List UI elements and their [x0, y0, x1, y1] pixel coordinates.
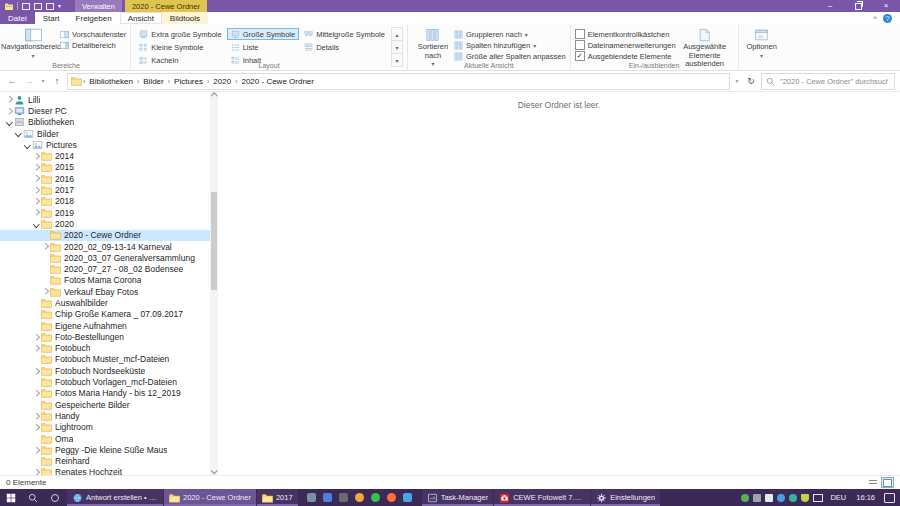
- pinned-app-4-icon[interactable]: [355, 493, 364, 502]
- expander-icon[interactable]: [32, 188, 41, 193]
- qat-customize-chevron[interactable]: ▾: [58, 3, 61, 9]
- large-icons-view-button[interactable]: [881, 477, 894, 488]
- tree-item-2020-cewe-ordner[interactable]: 2020 - Cewe Ordner: [0, 230, 218, 241]
- tray-icon-1[interactable]: [741, 494, 749, 502]
- tab-datei[interactable]: Datei: [0, 12, 35, 24]
- cortana-button[interactable]: [44, 489, 66, 506]
- taskbar-task-task-manager[interactable]: Task-Manager: [422, 489, 494, 506]
- taskbar-task-einstellungen[interactable]: Einstellungen: [591, 489, 660, 506]
- content-pane[interactable]: Dieser Ordner ist leer.: [218, 92, 900, 475]
- breadcrumb-item-2020-cewe-ordner[interactable]: 2020 - Cewe Ordner: [238, 77, 316, 86]
- checkbox-dateinamenerweiterungen[interactable]: Dateinamenerweiterungen: [575, 40, 676, 50]
- breadcrumb-item-pictures[interactable]: Pictures: [171, 77, 206, 86]
- tree-item-gespeicherte-bilder[interactable]: Gespeicherte Bilder: [0, 399, 218, 410]
- qat-icon-1[interactable]: [22, 3, 30, 10]
- expander-icon[interactable]: [32, 369, 41, 374]
- tray-icon-6[interactable]: [801, 494, 809, 502]
- taskbar-task-cewe-fotowelt-7-1-0[interactable]: CEWE Fotowelt 7.1.0 (...: [494, 489, 590, 506]
- pinned-app-5-icon[interactable]: [371, 493, 380, 502]
- expander-icon[interactable]: [5, 109, 14, 114]
- tree-item-2020-07-27-08-02-bodensee[interactable]: 2020_07_27 - 08_02 Bodensee: [0, 263, 218, 274]
- tray-icon-7[interactable]: [813, 494, 823, 502]
- up-button[interactable]: ↑: [50, 77, 64, 86]
- tree-item-2017[interactable]: 2017: [0, 184, 218, 195]
- options-button[interactable]: Optionen ▾: [743, 27, 781, 61]
- tree-item-lilli[interactable]: Lilli: [0, 94, 218, 105]
- checkbox-ausgeblendete-elemente[interactable]: ✓Ausgeblendete Elemente: [575, 51, 676, 61]
- expander-icon[interactable]: [32, 346, 41, 351]
- taskbar-task-2017[interactable]: 2017: [257, 489, 298, 506]
- pinned-app-7-icon[interactable]: [403, 493, 412, 502]
- taskbar-task-2020-cewe-ordner[interactable]: 2020 - Cewe Ordner: [164, 489, 256, 506]
- expander-icon[interactable]: [32, 448, 41, 453]
- toggle-detailbereich[interactable]: Detailbereich: [60, 40, 126, 50]
- tab-freigeben[interactable]: Freigeben: [68, 12, 120, 24]
- breadcrumb-item-bibliotheken[interactable]: Bibliotheken: [86, 77, 136, 86]
- tree-item-eigene-aufnahmen[interactable]: Eigene Aufnahmen: [0, 320, 218, 331]
- breadcrumb-item-2020[interactable]: 2020: [210, 77, 234, 86]
- tree-item-verkauf-ebay-fotos[interactable]: Verkauf Ebay Fotos: [0, 286, 218, 297]
- tree-item-fotobuch-vorlagen-mcf-dateien[interactable]: Fotobuch Vorlagen_mcf-Dateien: [0, 376, 218, 387]
- tree-item-fotos-mama-corona[interactable]: Fotos Mama Corona: [0, 275, 218, 286]
- tree-item-peggy-die-kleine-süße-maus[interactable]: Peggy -Die kleine Süße Maus: [0, 444, 218, 455]
- expander-icon[interactable]: [41, 244, 50, 249]
- expander-icon[interactable]: [32, 176, 41, 181]
- view-spalten-hinzufügen[interactable]: Spalten hinzufügen▾: [454, 40, 566, 50]
- breadcrumb[interactable]: ›Bibliotheken›Bilder›Pictures›2020›2020 …: [67, 73, 730, 90]
- forward-button[interactable]: →: [22, 77, 36, 86]
- tab-bildtools[interactable]: Bildtools: [162, 12, 208, 24]
- layout-große-symbole[interactable]: Große Symbole: [227, 28, 300, 40]
- tree-item-2018[interactable]: 2018: [0, 196, 218, 207]
- tree-item-2019[interactable]: 2019: [0, 207, 218, 218]
- tab-start[interactable]: Start: [35, 12, 68, 24]
- expander-icon[interactable]: [32, 391, 41, 396]
- help-button[interactable]: ?: [883, 14, 892, 23]
- search-input[interactable]: [778, 76, 890, 87]
- expander-icon[interactable]: [32, 335, 41, 340]
- details-view-button[interactable]: [866, 477, 879, 488]
- tree-item-auswahlbilder[interactable]: Auswahlbilder: [0, 297, 218, 308]
- view-gruppieren-nach[interactable]: Gruppieren nach▾: [454, 29, 566, 39]
- tree-item-fotobuch-muster-mcf-dateien[interactable]: Fotobuch Muster_mcf-Dateien: [0, 354, 218, 365]
- toggle-vorschaufenster[interactable]: Vorschaufenster: [60, 29, 126, 39]
- start-button[interactable]: [0, 489, 22, 506]
- expander-icon[interactable]: [23, 143, 32, 148]
- tray-icon-5[interactable]: [789, 494, 797, 502]
- taskbar-task-antwort-erstellen-ce[interactable]: Antwort erstellen • CE...: [67, 489, 163, 506]
- expander-icon[interactable]: [32, 425, 41, 430]
- expander-icon[interactable]: [32, 470, 41, 475]
- expander-icon[interactable]: [32, 414, 41, 419]
- pinned-app-3-icon[interactable]: [339, 493, 348, 502]
- tree-item-2014[interactable]: 2014: [0, 150, 218, 161]
- recent-locations-chevron[interactable]: ▾: [39, 78, 47, 84]
- tree-item-2020-03-07-generalversammlung[interactable]: 2020_03_07 Generalversammlung: [0, 252, 218, 263]
- pinned-app-1-icon[interactable]: [307, 493, 316, 502]
- restore-button[interactable]: [844, 0, 872, 12]
- breadcrumb-item-bilder[interactable]: Bilder: [140, 77, 166, 86]
- tree-item-2020-02-09-13-14-karneval[interactable]: 2020_02_09-13-14 Karneval: [0, 241, 218, 252]
- tree-item-bibliotheken[interactable]: Bibliotheken: [0, 117, 218, 128]
- tree-scrollbar[interactable]: [210, 92, 218, 475]
- layout-extra-große-symbole[interactable]: Extra große Symbole: [135, 28, 225, 40]
- expander-icon[interactable]: [32, 199, 41, 204]
- tree-item-foto-bestellungen[interactable]: Foto-Bestellungen: [0, 331, 218, 342]
- tree-item-2015[interactable]: 2015: [0, 162, 218, 173]
- close-button[interactable]: ×: [872, 0, 900, 12]
- language-indicator[interactable]: DEU: [827, 493, 849, 502]
- navigation-pane-button[interactable]: Navigationsbereich ▾: [6, 27, 60, 61]
- tray-icon-2[interactable]: [753, 494, 761, 502]
- view-größe-aller-spalten-anpassen[interactable]: Größe aller Spalten anpassen: [454, 51, 566, 61]
- minimize-button[interactable]: –: [816, 0, 844, 12]
- gallery-scroll-down-button[interactable]: ▾: [391, 40, 403, 54]
- tray-icon-3[interactable]: [765, 494, 773, 502]
- clock[interactable]: 16:16: [853, 493, 878, 502]
- tree-item-oma[interactable]: Oma: [0, 433, 218, 444]
- tree-item-pictures[interactable]: Pictures: [0, 139, 218, 150]
- tree-item-renates-hochzeit[interactable]: Renates Hochzeit: [0, 467, 218, 475]
- qat-icon-2[interactable]: [34, 3, 42, 10]
- layout-kleine-symbole[interactable]: Kleine Symbole: [135, 41, 225, 53]
- qat-icon-3[interactable]: [46, 3, 54, 10]
- tree-item-fotobuch[interactable]: Fotobuch: [0, 343, 218, 354]
- pinned-app-2-icon[interactable]: [323, 493, 332, 502]
- tree-item-chip-große-kamera-07-09-2017[interactable]: Chip Große Kamera _ 07.09.2017: [0, 309, 218, 320]
